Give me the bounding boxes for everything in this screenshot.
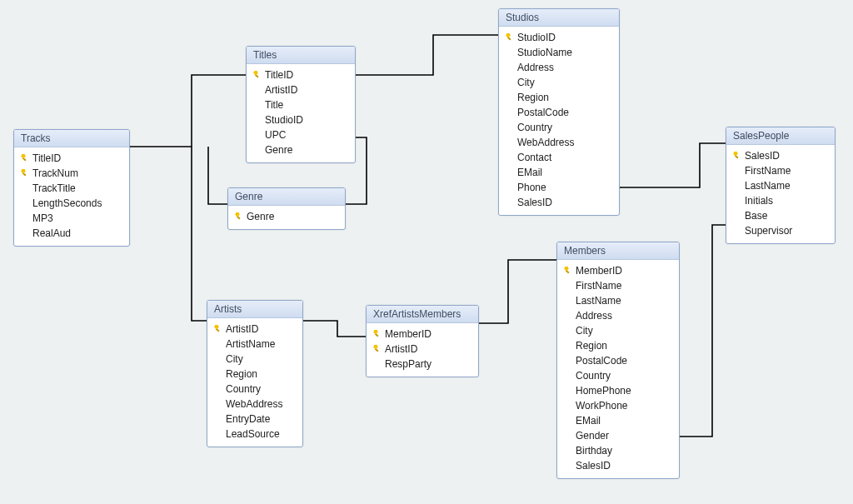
entity-fields: TitleIDTrackNumTrackTitleLengthSecondsMP… xyxy=(14,147,129,246)
field[interactable]: Region xyxy=(207,367,302,382)
field[interactable]: Birthday xyxy=(557,443,679,458)
field[interactable]: Country xyxy=(207,382,302,397)
field[interactable]: Supervisor xyxy=(726,223,835,238)
field[interactable]: UPC xyxy=(247,127,355,142)
field[interactable]: PostalCode xyxy=(499,105,619,120)
key-field[interactable]: MemberID xyxy=(367,327,478,342)
entity-title: Genre xyxy=(228,188,345,206)
field[interactable]: City xyxy=(499,75,619,90)
field[interactable]: Base xyxy=(726,208,835,223)
key-field[interactable]: MemberID xyxy=(557,263,679,278)
key-field[interactable]: SalesID xyxy=(726,148,835,163)
entity-title: Studios xyxy=(499,9,619,27)
relationship-lines xyxy=(0,0,853,504)
field[interactable]: Genre xyxy=(247,142,355,157)
entity-members[interactable]: Members MemberIDFirstNameLastNameAddress… xyxy=(556,242,680,479)
field[interactable]: City xyxy=(557,323,679,338)
field[interactable]: WorkPhone xyxy=(557,398,679,413)
key-field[interactable]: StudioID xyxy=(499,30,619,45)
key-field[interactable]: TitleID xyxy=(247,67,355,82)
field[interactable]: Contact xyxy=(499,150,619,165)
entity-genre[interactable]: Genre Genre xyxy=(227,187,346,230)
field[interactable]: StudioID xyxy=(247,112,355,127)
field[interactable]: RealAud xyxy=(14,226,129,241)
field[interactable]: Region xyxy=(557,338,679,353)
key-field[interactable]: TrackNum xyxy=(14,166,129,181)
field[interactable]: FirstName xyxy=(557,278,679,293)
entity-title: Members xyxy=(557,242,679,260)
entity-title: XrefArtistsMembers xyxy=(367,306,478,323)
field[interactable]: MP3 xyxy=(14,211,129,226)
entity-salespeople[interactable]: SalesPeople SalesIDFirstNameLastNameInit… xyxy=(726,127,836,244)
field[interactable]: SalesID xyxy=(557,458,679,473)
entity-titles[interactable]: Titles TitleIDArtistIDTitleStudioIDUPCGe… xyxy=(246,46,356,163)
field[interactable]: LeadSource xyxy=(207,427,302,442)
field[interactable]: LastName xyxy=(726,178,835,193)
field[interactable]: EMail xyxy=(499,165,619,180)
field[interactable]: Address xyxy=(557,308,679,323)
field[interactable]: LengthSeconds xyxy=(14,196,129,211)
field[interactable]: Phone xyxy=(499,180,619,195)
field[interactable]: LastName xyxy=(557,293,679,308)
key-field[interactable]: Genre xyxy=(228,209,345,224)
field[interactable]: PostalCode xyxy=(557,353,679,368)
field[interactable]: Region xyxy=(499,90,619,105)
entity-studios[interactable]: Studios StudioIDStudioNameAddressCityReg… xyxy=(498,8,620,216)
field[interactable]: RespParty xyxy=(367,357,478,372)
field[interactable]: ArtistID xyxy=(247,82,355,97)
field[interactable]: Country xyxy=(499,120,619,135)
entity-fields: TitleIDArtistIDTitleStudioIDUPCGenre xyxy=(247,64,355,162)
entity-fields: StudioIDStudioNameAddressCityRegionPosta… xyxy=(499,27,619,215)
entity-title: SalesPeople xyxy=(726,127,835,145)
field[interactable]: FirstName xyxy=(726,163,835,178)
field[interactable]: TrackTitle xyxy=(14,181,129,196)
entity-xref-artists-members[interactable]: XrefArtistsMembers MemberIDArtistIDRespP… xyxy=(366,305,479,377)
field[interactable]: StudioName xyxy=(499,45,619,60)
key-field[interactable]: TitleID xyxy=(14,151,129,166)
key-field[interactable]: ArtistID xyxy=(367,342,478,357)
field[interactable]: Title xyxy=(247,97,355,112)
entity-fields: SalesIDFirstNameLastNameInitialsBaseSupe… xyxy=(726,145,835,243)
field[interactable]: EMail xyxy=(557,413,679,428)
field[interactable]: Address xyxy=(499,60,619,75)
field[interactable]: EntryDate xyxy=(207,412,302,427)
key-field[interactable]: ArtistID xyxy=(207,322,302,337)
field[interactable]: WebAddress xyxy=(499,135,619,150)
field[interactable]: SalesID xyxy=(499,195,619,210)
entity-tracks[interactable]: Tracks TitleIDTrackNumTrackTitleLengthSe… xyxy=(13,129,130,247)
field[interactable]: Gender xyxy=(557,428,679,443)
field[interactable]: City xyxy=(207,352,302,367)
entity-title: Titles xyxy=(247,47,355,64)
field[interactable]: WebAddress xyxy=(207,397,302,412)
entity-fields: MemberIDFirstNameLastNameAddressCityRegi… xyxy=(557,260,679,478)
entity-artists[interactable]: Artists ArtistIDArtistNameCityRegionCoun… xyxy=(207,300,303,447)
field[interactable]: ArtistName xyxy=(207,337,302,352)
field[interactable]: HomePhone xyxy=(557,383,679,398)
entity-fields: ArtistIDArtistNameCityRegionCountryWebAd… xyxy=(207,318,302,447)
entity-title: Artists xyxy=(207,301,302,318)
field[interactable]: Country xyxy=(557,368,679,383)
entity-fields: Genre xyxy=(228,206,345,229)
entity-title: Tracks xyxy=(14,130,129,147)
entity-fields: MemberIDArtistIDRespParty xyxy=(367,323,478,377)
field[interactable]: Initials xyxy=(726,193,835,208)
